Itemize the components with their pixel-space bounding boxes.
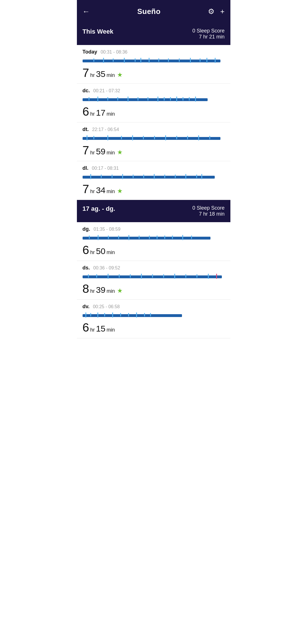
- hours-unit: hr: [90, 189, 95, 195]
- entry-duration: 6hr17min: [83, 106, 225, 118]
- hours-unit: hr: [90, 250, 95, 255]
- week2-score: 0 Sleep Score 7 hr 18 min: [192, 205, 224, 217]
- entry-duration: 6hr50min: [83, 244, 225, 256]
- entry-day: Today: [83, 49, 97, 55]
- sleep-bar: [83, 174, 225, 180]
- week2-sleep-score-label: 0 Sleep Score: [192, 205, 224, 211]
- week2-banner[interactable]: 17 ag. - dg. 0 Sleep Score 7 hr 18 min: [77, 200, 230, 222]
- entry-day: ds.: [83, 265, 90, 271]
- minutes-number: 34: [96, 185, 105, 195]
- minutes-unit: min: [107, 189, 115, 195]
- entry-duration: 7hr35min★: [83, 67, 225, 79]
- entry-time-range: 00:31 - 08:36: [101, 50, 127, 55]
- sleep-entry[interactable]: Today00:31 - 08:367hr35min★: [77, 45, 230, 84]
- minutes-unit: min: [107, 72, 115, 78]
- hours-unit: hr: [90, 288, 95, 294]
- minutes-unit: min: [107, 150, 115, 156]
- week2-total-time-label: 7 hr 18 min: [192, 211, 224, 217]
- star-icon: ★: [117, 287, 123, 295]
- header-actions: ⚙ +: [208, 8, 224, 15]
- sleep-entry[interactable]: dv.00:25 - 06:586hr15min: [77, 300, 230, 338]
- entry-time-range: 00:36 - 09:52: [93, 265, 120, 271]
- sleep-entry[interactable]: dl.00:17 - 08:317hr34min★: [77, 161, 230, 200]
- sleep-entry[interactable]: dt.22:17 - 06:547hr59min★: [77, 122, 230, 161]
- star-icon: ★: [117, 71, 123, 79]
- app-header: ← Sueño ⚙ +: [77, 0, 230, 23]
- back-button[interactable]: ←: [83, 8, 90, 15]
- entry-duration: 7hr34min★: [83, 183, 225, 195]
- minutes-number: 39: [96, 285, 105, 295]
- star-icon: ★: [117, 187, 123, 195]
- sleep-bar: [83, 58, 225, 64]
- entry-time-range: 22:17 - 06:54: [92, 127, 119, 132]
- hours-unit: hr: [90, 111, 95, 117]
- entry-day: dl.: [83, 165, 89, 171]
- this-week-label: This Week: [83, 28, 113, 35]
- sleep-bar: [83, 135, 225, 142]
- entry-day: dt.: [83, 126, 89, 132]
- minutes-number: 15: [96, 324, 105, 334]
- page-title: Sueño: [137, 7, 161, 16]
- total-time-label: 7 hr 21 min: [192, 34, 224, 40]
- sleep-bar: [83, 97, 225, 103]
- this-week-entries: Today00:31 - 08:367hr35min★dc.00:21 - 07…: [77, 45, 230, 200]
- minutes-number: 50: [96, 246, 105, 256]
- entry-day: dv.: [83, 304, 90, 310]
- sleep-entry[interactable]: dg.01:35 - 08:596hr50min: [77, 222, 230, 261]
- minutes-number: 17: [96, 108, 105, 118]
- minutes-unit: min: [107, 111, 115, 117]
- minutes-number: 35: [96, 69, 105, 79]
- entry-duration: 6hr15min: [83, 322, 225, 334]
- sleep-bar: [83, 312, 225, 319]
- this-week-score: 0 Sleep Score 7 hr 21 min: [192, 28, 224, 40]
- this-week-banner[interactable]: This Week 0 Sleep Score 7 hr 21 min: [77, 23, 230, 45]
- star-icon: ★: [117, 149, 123, 156]
- entry-duration: 7hr59min★: [83, 144, 225, 156]
- week2-label: 17 ag. - dg.: [83, 205, 115, 212]
- minutes-number: 59: [96, 147, 105, 156]
- add-button[interactable]: +: [220, 8, 224, 15]
- week2-entries: dg.01:35 - 08:596hr50minds.00:36 - 09:52…: [77, 222, 230, 338]
- minutes-unit: min: [107, 288, 115, 294]
- hours-unit: hr: [90, 150, 95, 156]
- minutes-unit: min: [107, 250, 115, 255]
- hours-number: 8: [83, 283, 89, 295]
- entry-time-range: 01:35 - 08:59: [94, 227, 120, 232]
- entry-duration: 8hr39min★: [83, 283, 225, 295]
- entry-time-range: 00:21 - 07:32: [93, 88, 120, 93]
- hours-number: 7: [83, 183, 89, 195]
- hours-unit: hr: [90, 72, 95, 78]
- hours-number: 6: [83, 106, 89, 118]
- hours-unit: hr: [90, 327, 95, 333]
- entry-time-range: 00:17 - 08:31: [92, 166, 119, 171]
- hours-number: 7: [83, 67, 89, 79]
- hours-number: 6: [83, 322, 89, 334]
- hours-number: 7: [83, 144, 89, 156]
- entry-day: dc.: [83, 88, 90, 94]
- sleep-entry[interactable]: ds.00:36 - 09:528hr39min★: [77, 261, 230, 300]
- entry-time-range: 00:25 - 06:58: [93, 304, 120, 309]
- sleep-bar: [83, 274, 225, 280]
- sleep-score-label: 0 Sleep Score: [192, 28, 224, 34]
- minutes-unit: min: [107, 327, 115, 333]
- entry-day: dg.: [83, 226, 90, 232]
- sleep-entry[interactable]: dc.00:21 - 07:326hr17min: [77, 84, 230, 122]
- sleep-bar: [83, 235, 225, 241]
- settings-button[interactable]: ⚙: [208, 8, 214, 15]
- hours-number: 6: [83, 244, 89, 256]
